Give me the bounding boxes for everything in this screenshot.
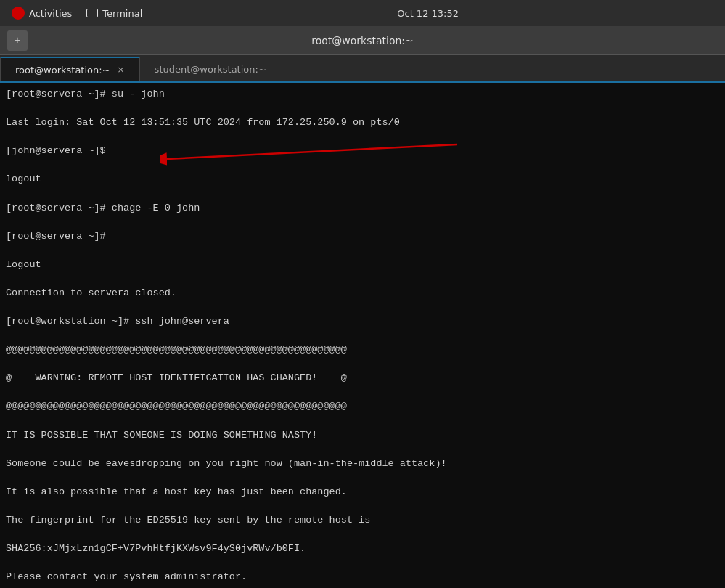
tab-root-workstation[interactable]: root@workstation:~ × [0, 57, 140, 81]
tab-student-workstation[interactable]: student@workstation:~ [140, 57, 281, 81]
tab-label-student: student@workstation:~ [155, 64, 266, 75]
add-tab-button[interactable]: + [7, 30, 28, 51]
terminal-content[interactable]: [root@servera ~]# su - john Last login: … [0, 83, 725, 588]
line-4: logout [6, 172, 719, 187]
line-1: [root@servera ~]# su - john [6, 87, 719, 102]
line-14: Someone could be eavesdropping on you ri… [6, 457, 719, 471]
terminal-menu-button[interactable]: Terminal [86, 8, 142, 19]
line-9: [root@workstation ~]# ssh john@servera [6, 314, 719, 329]
line-11: @ WARNING: REMOTE HOST IDENTIFICATION HA… [6, 371, 719, 385]
activities-label: Activities [29, 8, 72, 19]
line-12: @@@@@@@@@@@@@@@@@@@@@@@@@@@@@@@@@@@@@@@@… [6, 399, 719, 414]
system-datetime: Oct 12 13:52 [397, 8, 459, 19]
tab-bar: root@workstation:~ × student@workstation… [0, 55, 725, 83]
line-10: @@@@@@@@@@@@@@@@@@@@@@@@@@@@@@@@@@@@@@@@… [6, 343, 719, 357]
line-18: Please contact your system administrator… [6, 570, 719, 584]
line-5: [root@servera ~]# chage -E 0 john [6, 201, 719, 216]
terminal-output: [root@servera ~]# su - john Last login: … [6, 87, 719, 588]
line-6: [root@servera ~]# [6, 229, 719, 244]
redhat-icon [12, 7, 25, 20]
tab-close-root[interactable]: × [118, 65, 125, 75]
system-bar: Activities Terminal Oct 12 13:52 [0, 0, 725, 26]
line-7: logout [6, 258, 719, 272]
window-add-btn[interactable]: + [7, 30, 28, 51]
activities-button[interactable]: Activities [12, 7, 72, 20]
line-2: Last login: Sat Oct 12 13:51:35 UTC 2024… [6, 115, 719, 130]
datetime-label: Oct 12 13:52 [397, 8, 459, 19]
line-17: SHA256:xJMjxLzn1gCF+V7PvhHtfjKXWsv9F4yS0… [6, 542, 719, 556]
tab-label-root: root@workstation:~ [15, 65, 110, 75]
line-16: The fingerprint for the ED25519 key sent… [6, 513, 719, 528]
add-icon: + [15, 35, 20, 46]
terminal-small-icon [86, 9, 98, 17]
line-13: IT IS POSSIBLE THAT SOMEONE IS DOING SOM… [6, 428, 719, 443]
system-bar-left: Activities Terminal [12, 7, 142, 20]
line-15: It is also possible that a host key has … [6, 485, 719, 499]
line-3: [john@servera ~]$ [6, 144, 719, 158]
line-8: Connection to servera closed. [6, 286, 719, 301]
terminal-menu-label: Terminal [102, 8, 142, 19]
window-title: root@workstation:~ [311, 35, 414, 46]
title-bar: + root@workstation:~ [0, 26, 725, 55]
